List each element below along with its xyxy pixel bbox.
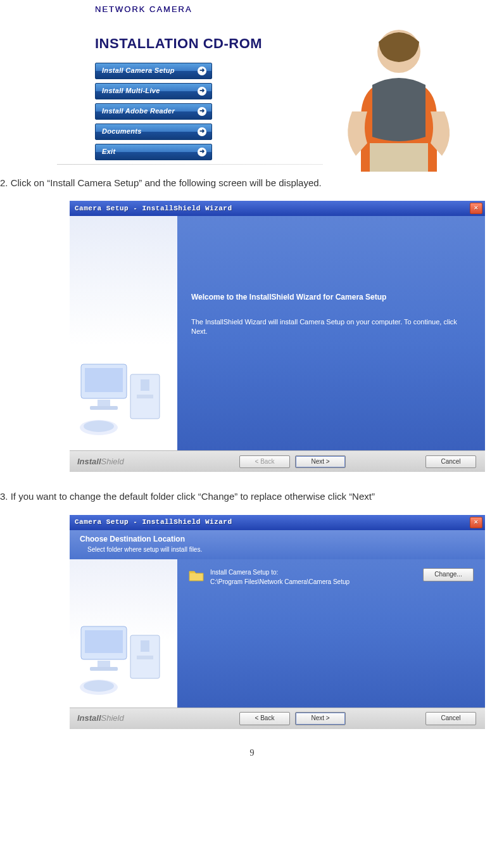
instruction-step-3: 3. If you want to change the default fol… (0, 490, 504, 504)
button-label: Exit (102, 147, 115, 157)
wizard-footer: InstallShield < Back Next > Cancel (70, 708, 485, 729)
install-to-label: Install Camera Setup to: (210, 568, 350, 578)
install-camera-setup-button[interactable]: Install Camera Setup ➜ (95, 63, 212, 79)
button-label: Install Camera Setup (102, 66, 175, 76)
wizard-welcome-heading: Welcome to the InstallShield Wizard for … (191, 292, 471, 303)
svg-rect-9 (137, 395, 153, 398)
wizard-content: Welcome to the InstallShield Wizard for … (177, 216, 485, 450)
destination-subtitle: Select folder where setup will install f… (80, 545, 485, 555)
window-title-bar: Camera Setup - InstallShield Wizard ✕ (70, 201, 485, 216)
install-multi-live-button[interactable]: Install Multi-Live ➜ (95, 83, 212, 99)
destination-title: Choose Destination Location (80, 534, 485, 545)
window-title: Camera Setup - InstallShield Wizard (75, 204, 232, 214)
svg-rect-8 (141, 379, 149, 391)
button-label: Documents (102, 127, 142, 137)
button-label: Install Multi-Live (102, 86, 160, 96)
cancel-button[interactable]: Cancel (425, 455, 476, 469)
cancel-button[interactable]: Cancel (425, 712, 476, 725)
window-title-bar: Camera Setup - InstallShield Wizard ✕ (70, 515, 485, 530)
svg-rect-14 (98, 661, 110, 667)
install-adobe-reader-button[interactable]: Install Adobe Reader ➜ (95, 103, 212, 120)
svg-rect-2 (370, 143, 428, 172)
close-icon[interactable]: ✕ (470, 517, 482, 528)
installation-cdrom-panel: NETWORK CAMERA INSTALLATION CD-ROM Insta… (57, 0, 475, 165)
installshield-logo: InstallShield (77, 713, 124, 725)
install-wizard-step-3: Camera Setup - InstallShield Wizard ✕ Ch… (70, 515, 485, 729)
svg-point-20 (84, 680, 114, 692)
page-number: 9 (0, 747, 504, 759)
arrow-right-icon: ➜ (198, 107, 206, 116)
next-button[interactable]: Next > (295, 455, 346, 469)
change-button[interactable]: Change... (423, 568, 474, 581)
installshield-logo: InstallShield (77, 456, 124, 468)
svg-rect-5 (98, 400, 110, 406)
button-label: Install Adobe Reader (102, 106, 175, 117)
svg-rect-13 (85, 630, 123, 653)
svg-rect-4 (85, 368, 123, 392)
decorative-person-image (323, 16, 475, 172)
wizard-sidebar-image (70, 559, 177, 708)
destination-content: Install Camera Setup to: C:\Program File… (177, 559, 485, 708)
svg-rect-15 (90, 667, 118, 671)
close-icon[interactable]: ✕ (470, 203, 482, 214)
arrow-right-icon: ➜ (198, 127, 206, 136)
arrow-right-icon: ➜ (198, 87, 206, 96)
svg-point-11 (84, 421, 114, 432)
svg-rect-17 (141, 640, 149, 652)
wizard-sidebar-image (70, 216, 177, 450)
arrow-right-icon: ➜ (198, 148, 206, 156)
wizard-description: The InstallShield Wizard will install Ca… (191, 317, 471, 337)
instruction-step-2: 2. Click on “Install Camera Setup” and t… (0, 176, 504, 190)
destination-header: Choose Destination Location Select folde… (70, 530, 485, 559)
window-title: Camera Setup - InstallShield Wizard (75, 517, 232, 528)
back-button[interactable]: < Back (239, 455, 290, 469)
wizard-footer: InstallShield < Back Next > Cancel (70, 450, 485, 472)
svg-rect-18 (137, 656, 153, 659)
back-button[interactable]: < Back (239, 712, 290, 725)
documents-button[interactable]: Documents ➜ (95, 124, 212, 140)
install-path: C:\Program Files\Network Camera\Camera S… (210, 578, 350, 587)
install-wizard-step-2: Camera Setup - InstallShield Wizard ✕ We… (70, 201, 485, 472)
exit-button[interactable]: Exit ➜ (95, 144, 212, 160)
next-button[interactable]: Next > (295, 712, 346, 725)
arrow-right-icon: ➜ (198, 67, 206, 75)
svg-rect-6 (90, 406, 118, 410)
folder-icon (189, 568, 204, 582)
